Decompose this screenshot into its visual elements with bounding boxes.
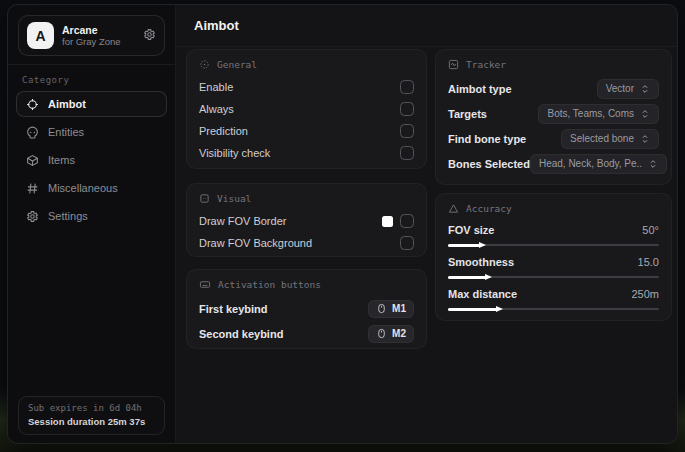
sidebar-item-items[interactable]: Items: [16, 147, 167, 173]
sidebar-menu: Aimbot Entities Items Miscellaneous: [8, 91, 175, 229]
app-subtitle: for Gray Zone: [62, 36, 135, 48]
setting-row: Enable: [199, 76, 414, 98]
setting-label: Draw FOV Border: [199, 215, 286, 227]
setting-label: First keybind: [199, 303, 267, 315]
sidebar-item-label: Miscellaneous: [48, 182, 118, 194]
keybind-value: M1: [392, 303, 406, 314]
fov-border-color-swatch[interactable]: [382, 216, 393, 227]
setting-label: Bones Selected: [448, 158, 530, 170]
grid-icon: [25, 181, 39, 195]
app-card-text: Arcane for Gray Zone: [62, 24, 135, 48]
overlay-window: A Arcane for Gray Zone Category Aimbot: [7, 4, 678, 444]
panel-activation: Activation buttons First keybind M1 Seco…: [186, 269, 427, 349]
mouse-icon: [376, 328, 387, 339]
app-card: A Arcane for Gray Zone: [18, 15, 165, 56]
select-value: Selected bone: [570, 133, 634, 144]
draw-fov-background-checkbox[interactable]: [400, 236, 414, 250]
max-distance-slider[interactable]: [448, 305, 659, 314]
sidebar-item-label: Aimbot: [48, 98, 86, 110]
slider-value: 50°: [642, 224, 659, 236]
setting-row: Visibility check: [199, 142, 414, 164]
sidebar-item-label: Items: [48, 154, 75, 166]
aimbot-type-select[interactable]: Vector: [597, 79, 659, 99]
panel-visual: Visual Draw FOV Border Draw FOV Backgrou…: [186, 183, 427, 257]
chevron-up-down-icon: [640, 134, 650, 144]
setting-label: Always: [199, 103, 234, 115]
setting-row: Aimbot type Vector: [448, 76, 659, 101]
setting-label: Enable: [199, 81, 233, 93]
setting-row: Draw FOV Border: [199, 210, 414, 232]
smoothness-slider[interactable]: [448, 273, 659, 282]
sub-expires-text: Sub expires in 6d 04h: [28, 403, 155, 413]
slider-fill: [448, 244, 480, 247]
app-title: Arcane: [62, 24, 135, 36]
panel-title: Tracker: [466, 59, 506, 70]
panel-accuracy-header: Accuracy: [448, 203, 659, 214]
draw-fov-border-checkbox[interactable]: [400, 214, 414, 228]
panel-general: General Enable Always Prediction Visibil…: [186, 49, 427, 169]
chevron-up-down-icon: [640, 84, 650, 94]
setting-label: Draw FOV Background: [199, 237, 312, 249]
select-value: Head, Neck, Body, Pe..: [539, 158, 642, 169]
setting-label: Targets: [448, 108, 487, 120]
setting-row: Prediction: [199, 120, 414, 142]
slider-row: Max distance 250m: [448, 284, 659, 314]
targets-select[interactable]: Bots, Teams, Coms: [538, 104, 659, 124]
panel-activation-header: Activation buttons: [199, 279, 414, 290]
select-value: Vector: [606, 83, 634, 94]
prediction-checkbox[interactable]: [400, 124, 414, 138]
crosshair-dotted-icon: [199, 59, 210, 70]
sidebar-item-miscellaneous[interactable]: Miscellaneous: [16, 175, 167, 201]
triangle-icon: [448, 203, 459, 214]
setting-row: Always: [199, 98, 414, 120]
sidebar-item-settings[interactable]: Settings: [16, 203, 167, 229]
panel-visual-header: Visual: [199, 193, 414, 204]
main-header: Aimbot: [176, 5, 677, 47]
page-title: Aimbot: [194, 18, 239, 33]
keyboard-icon: [199, 279, 211, 290]
crosshair-icon: [25, 97, 39, 111]
first-keybind-button[interactable]: M1: [368, 300, 414, 318]
panel-title: General: [217, 59, 257, 70]
subscription-info: Sub expires in 6d 04h Session duration 2…: [18, 396, 165, 435]
slider-label: Max distance: [448, 288, 517, 300]
slider-fill: [448, 308, 497, 311]
mouse-icon: [376, 303, 387, 314]
panel-title: Visual: [217, 193, 251, 204]
bones-selected-select[interactable]: Head, Neck, Body, Pe..: [530, 154, 667, 174]
sidebar-item-label: Settings: [48, 210, 88, 222]
setting-row: Find bone type Selected bone: [448, 126, 659, 151]
sidebar: A Arcane for Gray Zone Category Aimbot: [8, 5, 176, 443]
enable-checkbox[interactable]: [400, 80, 414, 94]
setting-row: Draw FOV Background: [199, 232, 414, 254]
slider-label: Smoothness: [448, 256, 514, 268]
slider-label: FOV size: [448, 224, 494, 236]
app-logo: A: [27, 22, 54, 49]
panel-title: Activation buttons: [218, 279, 321, 290]
gear-icon[interactable]: [143, 28, 156, 43]
find-bone-type-select[interactable]: Selected bone: [561, 129, 659, 149]
panel-accuracy: Accuracy FOV size 50° Smoothness 15.0: [435, 193, 672, 321]
setting-label: Aimbot type: [448, 83, 512, 95]
category-label: Category: [8, 65, 175, 91]
sidebar-item-aimbot[interactable]: Aimbot: [16, 91, 167, 117]
gear-icon: [25, 209, 39, 223]
slider-row: Smoothness 15.0: [448, 252, 659, 282]
box-icon: [25, 153, 39, 167]
sidebar-item-entities[interactable]: Entities: [16, 119, 167, 145]
visibility-check-checkbox[interactable]: [400, 146, 414, 160]
setting-label: Find bone type: [448, 133, 526, 145]
panel-general-header: General: [199, 59, 414, 70]
slider-value: 250m: [631, 288, 659, 300]
setting-row: Bones Selected Head, Neck, Body, Pe..: [448, 151, 659, 176]
keybind-value: M2: [392, 328, 406, 339]
setting-label: Second keybind: [199, 328, 283, 340]
fov-size-slider[interactable]: [448, 241, 659, 250]
always-checkbox[interactable]: [400, 102, 414, 116]
chevron-up-down-icon: [640, 109, 650, 119]
skull-icon: [25, 125, 39, 139]
sidebar-item-label: Entities: [48, 126, 84, 138]
panel-tracker: Tracker Aimbot type Vector Targets Bots,…: [435, 49, 672, 185]
main-area: Aimbot General Enable Always Prediction: [176, 5, 677, 443]
second-keybind-button[interactable]: M2: [368, 325, 414, 343]
